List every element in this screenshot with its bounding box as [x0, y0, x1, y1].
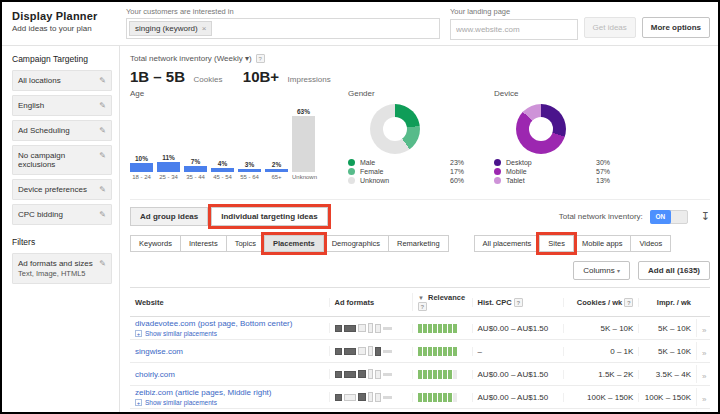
main-tabs: Ad group ideasIndividual targeting ideas — [130, 207, 331, 226]
tab-placements[interactable]: Placements — [264, 235, 324, 252]
legend-dot — [348, 159, 355, 166]
website-link[interactable]: choirly.com — [135, 370, 324, 379]
sidebar-item-no-campaign-exclusions[interactable]: No campaign exclusions✎ — [12, 145, 112, 175]
device-chart: Device Desktop30%Mobile57%Tablet13% — [494, 89, 622, 191]
col-ad-formats[interactable]: Ad formats — [329, 298, 412, 307]
app-brand: Display Planner Add ideas to your plan — [2, 2, 120, 45]
pencil-icon[interactable]: ✎ — [99, 185, 106, 194]
expand-icon[interactable]: + — [135, 399, 142, 406]
tab-ad-group-ideas[interactable]: Ad group ideas — [130, 207, 208, 226]
pencil-icon[interactable]: ✎ — [99, 76, 106, 85]
pencil-icon[interactable]: ✎ — [99, 101, 106, 110]
add-all-button[interactable]: Add all (1635) — [638, 261, 710, 280]
relevance-bars — [418, 324, 467, 333]
sidebar-item-ad-scheduling[interactable]: Ad Scheduling✎ — [12, 120, 112, 141]
website-link[interactable]: singwise.com — [135, 347, 324, 356]
ad-format-icon-2 — [358, 393, 366, 401]
table-row: singwise.com–0 – 1K5K – 10K» — [130, 340, 710, 363]
show-similar-link[interactable]: +Show similar placements — [135, 330, 324, 337]
age-bar-45-54: 4%45 - 54 — [211, 160, 234, 180]
help-icon[interactable]: ? — [514, 298, 523, 307]
pencil-icon[interactable]: ✎ — [99, 259, 106, 268]
cookies-unit: Cookies — [193, 75, 222, 84]
ad-format-icon-1 — [344, 371, 356, 378]
show-similar-link[interactable]: +Show similar placements — [135, 399, 324, 406]
tab-keywords[interactable]: Keywords — [130, 235, 181, 252]
inventory-title[interactable]: Total network inventory (Weekly ▾) — [130, 54, 252, 63]
table-row: choirly.comAU$0.00 – AU$1.501.5K – 2K3.5… — [130, 363, 710, 386]
sidebar-item-cpc-bidding[interactable]: CPC bidding✎ — [12, 204, 112, 225]
tab-videos[interactable]: Videos — [630, 235, 671, 252]
website-link[interactable]: zeibiz.com (article pages, Middle right) — [135, 388, 324, 397]
sidebar-item-label: Device preferences — [18, 185, 87, 194]
col-hist-cpc[interactable]: Hist. CPC ? — [472, 298, 563, 307]
chevron-right-icon[interactable]: » — [702, 349, 706, 358]
expand-icon[interactable]: + — [135, 330, 142, 337]
tab-demographics[interactable]: Demographics — [323, 235, 389, 252]
chevron-right-icon[interactable]: » — [702, 326, 706, 335]
demographics-charts: Age 10%18 - 2411%25 - 347%35 - 444%45 - … — [130, 89, 710, 191]
cookies-cell: 5K – 10K — [563, 324, 638, 333]
table-row: singing.about.comAU$0.00 – AU$1.50–3.5K … — [130, 409, 710, 414]
landing-page-input[interactable] — [450, 19, 578, 40]
landing-label: Your landing page — [450, 7, 578, 16]
pencil-icon[interactable]: ✎ — [99, 126, 106, 135]
ad-format-icon-4 — [375, 324, 381, 333]
tab-remarketing[interactable]: Remarketing — [388, 235, 449, 252]
age-bar-55-64: 3%55 - 64 — [238, 161, 261, 180]
keywords-input[interactable]: singing (keyword) × — [126, 18, 440, 39]
sidebar-item-device-preferences[interactable]: Device preferences✎ — [12, 179, 112, 200]
get-ideas-button[interactable]: Get ideas — [584, 17, 636, 38]
main-panel: Total network inventory (Weekly ▾) ? 1B … — [120, 46, 718, 414]
device-legend: Desktop30%Mobile57%Tablet13% — [494, 159, 622, 184]
hist-cpc-cell: AU$0.00 – AU$1.50 — [472, 393, 563, 402]
tab-topics[interactable]: Topics — [226, 235, 265, 252]
age-bar-18-24: 10%18 - 24 — [130, 155, 153, 180]
network-inventory-toggle[interactable]: ON — [650, 210, 688, 224]
col-relevance[interactable]: ▼ Relevance ? — [412, 293, 472, 311]
download-icon[interactable]: ↧ — [701, 210, 710, 223]
tab-sites[interactable]: Sites — [539, 235, 574, 252]
ad-format-icon-3 — [368, 392, 373, 402]
columns-button[interactable]: Columns ▾ — [573, 261, 630, 280]
remove-keyword-icon[interactable]: × — [202, 24, 207, 33]
help-icon[interactable]: ? — [256, 54, 265, 63]
pencil-icon[interactable]: ✎ — [99, 210, 106, 219]
inventory-toggle-group: Total network inventory: ON ↧ — [559, 210, 710, 224]
device-chart-title: Device — [494, 89, 622, 98]
sidebar-item-all-locations[interactable]: All locations✎ — [12, 70, 112, 91]
col-cookies[interactable]: Cookies / wk ? — [563, 298, 638, 307]
sidebar-item-label: Ad Scheduling — [18, 126, 70, 135]
chevron-right-icon[interactable]: » — [702, 372, 706, 381]
campaign-targeting-heading: Campaign Targeting — [12, 54, 112, 64]
col-website[interactable]: Website — [130, 298, 329, 307]
ad-formats-cell — [335, 346, 407, 356]
cookies-value: 1B – 5B — [130, 68, 185, 85]
tab-all-placements[interactable]: All placements — [474, 235, 541, 252]
table-body: divadevotee.com (post page, Bottom cente… — [130, 317, 710, 414]
ad-format-icon-4 — [375, 347, 381, 356]
more-options-button[interactable]: More options — [642, 17, 710, 38]
ad-format-icon-0 — [335, 371, 342, 378]
filters-heading: Filters — [12, 237, 112, 247]
ad-format-icon-4 — [375, 393, 381, 402]
pencil-icon[interactable]: ✎ — [99, 151, 106, 160]
legend-dot — [348, 168, 355, 175]
tab-interests[interactable]: Interests — [180, 235, 227, 252]
ad-format-icon-5 — [383, 350, 392, 353]
tab-mobile-apps[interactable]: Mobile apps — [573, 235, 631, 252]
sidebar-item-ad-formats[interactable]: Ad formats and sizes Text, Image, HTML5 … — [12, 253, 112, 284]
filter-item-sub: Text, Image, HTML5 — [18, 269, 93, 278]
col-impressions[interactable]: Impr. / wk — [638, 298, 696, 307]
keyword-tag[interactable]: singing (keyword) × — [129, 21, 212, 36]
help-icon[interactable]: ? — [418, 302, 427, 311]
legend-item-mobile: Mobile57% — [494, 168, 622, 175]
impressions-cell: 5K – 10K — [638, 324, 696, 333]
help-icon[interactable]: ? — [624, 298, 633, 307]
tab-individual-targeting-ideas[interactable]: Individual targeting ideas — [211, 207, 327, 226]
landing-section: Your landing page Get ideas More options — [450, 2, 718, 45]
website-link[interactable]: divadevotee.com (post page, Bottom cente… — [135, 319, 324, 328]
chevron-right-icon[interactable]: » — [702, 395, 706, 404]
legend-dot — [494, 177, 501, 184]
sidebar-item-english[interactable]: English✎ — [12, 95, 112, 116]
